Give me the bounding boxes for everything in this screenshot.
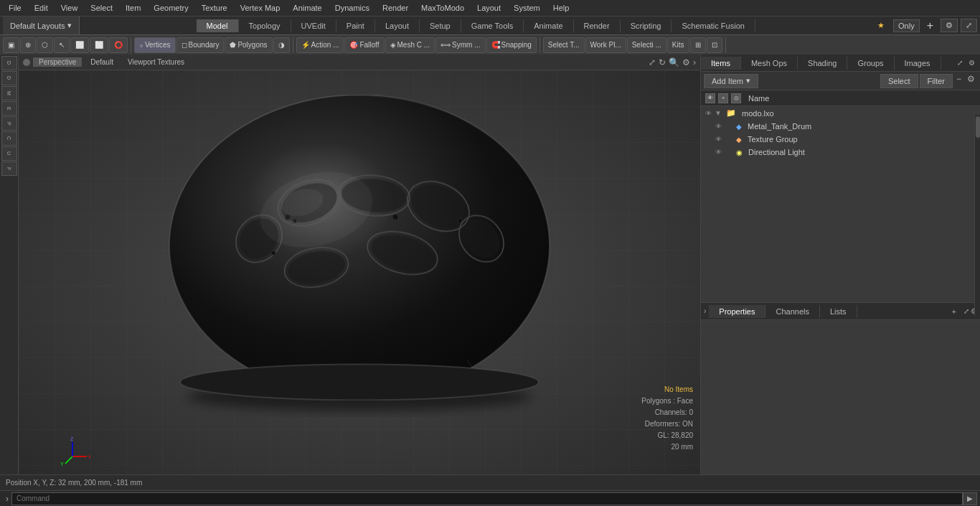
vis-icon-mesh[interactable]: 👁	[715, 123, 722, 130]
scene-item-root[interactable]: 👁 ▼ 📁 modo.lxo	[701, 106, 980, 120]
prop-plus-button[interactable]: +	[946, 305, 962, 318]
command-execute-button[interactable]: ▶	[963, 492, 977, 505]
prop-expand-icon[interactable]: ⤢	[963, 307, 969, 315]
menu-vertex-map[interactable]: Vertex Map	[235, 2, 286, 14]
menu-select[interactable]: Select	[85, 2, 118, 14]
snapping-button[interactable]: 🧲 Snapping	[486, 37, 537, 53]
menu-help[interactable]: Help	[547, 2, 575, 14]
menu-render[interactable]: Render	[377, 2, 414, 14]
panel-settings-icon[interactable]: ⚙	[966, 59, 977, 67]
scene-item-texture[interactable]: 👁 ◆ Texture Group	[701, 133, 980, 146]
selecti-button[interactable]: Selecti ...	[627, 37, 666, 53]
panel-scrollbar[interactable]	[974, 115, 980, 316]
add-item-button[interactable]: Add Item ▾	[704, 74, 758, 88]
layout-dropdown[interactable]: Default Layouts ▾	[3, 17, 80, 34]
tab-mesh-ops[interactable]: Mesh Ops	[741, 57, 798, 70]
sidebar-tool-5[interactable]: P	[1, 116, 17, 131]
tab-game-tools[interactable]: Game Tools	[461, 19, 524, 32]
layout-fullscreen-icon[interactable]: ⤢	[961, 19, 977, 32]
viewport-default-label[interactable]: Default	[85, 57, 119, 67]
tab-schematic-fusion[interactable]: Schematic Fusion	[672, 19, 755, 32]
action-button[interactable]: ⚡ Action ...	[296, 37, 344, 53]
star-button[interactable]: ★	[872, 19, 890, 32]
vis-icon-root[interactable]: 👁	[705, 110, 712, 117]
kits-button[interactable]: Kits	[667, 37, 689, 53]
sidebar-tool-8[interactable]: F	[1, 161, 17, 176]
tab-properties[interactable]: Properties	[709, 305, 765, 318]
vis-icon-light[interactable]: 👁	[715, 149, 722, 156]
tab-animate[interactable]: Animate	[524, 19, 573, 32]
tool-mode-1[interactable]: ▣	[3, 37, 19, 53]
menu-layout[interactable]: Layout	[471, 2, 507, 14]
sidebar-tool-1[interactable]: D	[1, 56, 17, 70]
menu-geometry[interactable]: Geometry	[148, 2, 194, 14]
command-input[interactable]	[11, 492, 963, 505]
filter-button[interactable]: Filter	[920, 74, 953, 88]
tool-mode-circle[interactable]: ⭕	[109, 37, 128, 53]
menu-file[interactable]: File	[3, 2, 27, 14]
vis-icon-texture[interactable]: 👁	[715, 136, 722, 143]
menu-edit[interactable]: Edit	[29, 2, 54, 14]
tab-images[interactable]: Images	[895, 57, 941, 70]
add-layout-button[interactable]: +	[923, 18, 938, 34]
tab-items[interactable]: Items	[701, 57, 741, 70]
work-pl-button[interactable]: Work Pl...	[585, 37, 626, 53]
falloff-button[interactable]: 🎯 Falloff	[344, 37, 384, 53]
panel-minus-icon[interactable]: −	[954, 74, 963, 88]
menu-maxtomodo[interactable]: MaxToModo	[415, 2, 470, 14]
viewport[interactable]: Perspective Default Viewport Textures ⤢ …	[19, 55, 700, 474]
tool-mode-arrow[interactable]: ↖	[54, 37, 70, 53]
tool-extra-1[interactable]: ◑	[273, 37, 290, 53]
scene-item-mesh[interactable]: 👁 ◆ Metal_Tank_Drum	[701, 120, 980, 133]
polygons-button[interactable]: ⬟ Polygons	[225, 37, 272, 53]
sidebar-tool-6[interactable]: C	[1, 131, 17, 146]
select-t-button[interactable]: Select T...	[543, 37, 585, 53]
view-icon-1[interactable]: ⊞	[690, 37, 706, 53]
menu-system[interactable]: System	[508, 2, 546, 14]
panel-settings2-icon[interactable]: ⚙	[965, 74, 977, 88]
tab-paint[interactable]: Paint	[336, 19, 375, 32]
sidebar-tool-7[interactable]: U	[1, 146, 17, 161]
tool-mode-2[interactable]: ⊕	[20, 37, 36, 53]
tab-uvedit[interactable]: UVEdit	[291, 19, 336, 32]
command-arrow-icon[interactable]: ›	[3, 494, 11, 504]
viewport-icon-refresh[interactable]: ↻	[659, 57, 666, 67]
layout-settings-icon[interactable]: ⚙	[941, 19, 958, 32]
boundary-button[interactable]: ◻ Boundary	[176, 37, 225, 53]
tab-channels[interactable]: Channels	[765, 305, 819, 318]
menu-dynamics[interactable]: Dynamics	[329, 2, 375, 14]
tab-render[interactable]: Render	[574, 19, 621, 32]
sidebar-tool-3[interactable]: M	[1, 86, 17, 100]
menu-animate[interactable]: Animate	[287, 2, 327, 14]
symm-button[interactable]: ⟺ Symm ...	[435, 37, 485, 53]
lock-col-icon[interactable]: +	[718, 93, 728, 103]
render-col-icon[interactable]: ◎	[731, 93, 741, 103]
viewport-icon-chevron[interactable]: ›	[693, 57, 696, 67]
menu-item[interactable]: Item	[120, 2, 146, 14]
sidebar-tool-2[interactable]: D	[1, 71, 17, 85]
menu-texture[interactable]: Texture	[196, 2, 233, 14]
prop-collapse-icon[interactable]: ›	[701, 305, 709, 317]
menu-view[interactable]: View	[55, 2, 84, 14]
viewport-icon-search[interactable]: 🔍	[669, 57, 679, 67]
tool-mode-rect1[interactable]: ⬜	[70, 37, 89, 53]
tab-topology[interactable]: Topology	[239, 19, 291, 32]
tab-setup[interactable]: Setup	[420, 19, 461, 32]
mesh-button[interactable]: ◈ Mesh C ...	[385, 37, 435, 53]
viewport-textures-label[interactable]: Viewport Textures	[122, 57, 190, 67]
only-label[interactable]: Only	[893, 19, 920, 32]
viewport-icon-expand[interactable]: ⤢	[649, 57, 656, 67]
tab-scripting[interactable]: Scripting	[621, 19, 672, 32]
viewport-icon-settings[interactable]: ⚙	[682, 57, 690, 67]
tab-model[interactable]: Model	[197, 19, 239, 32]
viewport-perspective-label[interactable]: Perspective	[33, 57, 82, 67]
viewport-canvas[interactable]: X Y Z No Items Polygons : Face Channels:…	[19, 70, 700, 474]
tab-lists[interactable]: Lists	[820, 305, 857, 318]
tool-mode-rect2[interactable]: ⬜	[90, 37, 108, 53]
vertices-button[interactable]: ⬦ Vertices	[134, 37, 176, 53]
panel-expand-icon[interactable]: ⤢	[955, 59, 965, 67]
view-icon-2[interactable]: ⊡	[707, 37, 722, 53]
sidebar-tool-4[interactable]: E	[1, 101, 17, 116]
visibility-col-icon[interactable]: 👁	[705, 93, 715, 103]
tab-layout[interactable]: Layout	[375, 19, 420, 32]
